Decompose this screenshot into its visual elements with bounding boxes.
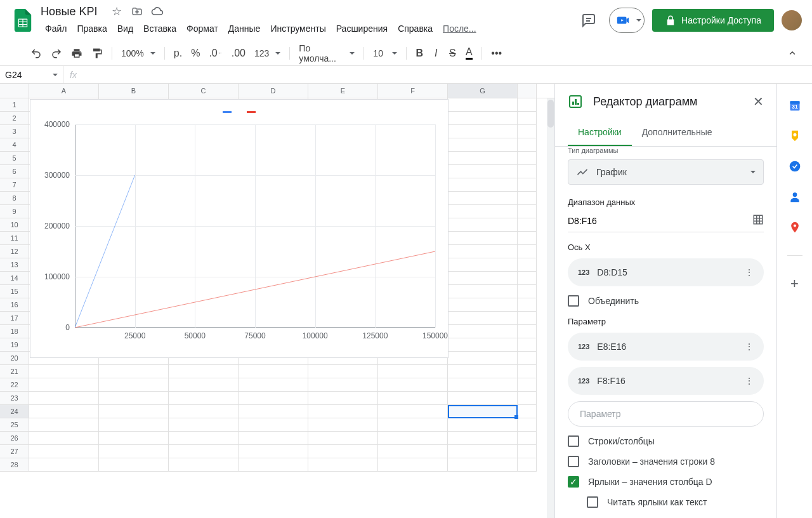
- cloud-icon[interactable]: [151, 5, 164, 18]
- more-vert-icon[interactable]: ⋮: [745, 342, 754, 352]
- col-header-extra[interactable]: [518, 84, 537, 98]
- more-vert-icon[interactable]: ⋮: [745, 267, 754, 277]
- more-vert-icon[interactable]: ⋮: [745, 376, 754, 386]
- tab-customize[interactable]: Дополнительные: [632, 119, 723, 146]
- col-header-D[interactable]: D: [239, 84, 308, 98]
- row-header-23[interactable]: 23: [0, 392, 29, 405]
- increase-decimal-icon[interactable]: .00: [228, 46, 249, 61]
- grid-icon[interactable]: [752, 214, 764, 227]
- xaxis-chip[interactable]: 123D8:D15 ⋮: [568, 258, 764, 286]
- row-header-24[interactable]: 24: [0, 405, 29, 418]
- row-header-14[interactable]: 14: [0, 272, 29, 285]
- strikethrough-icon[interactable]: S: [445, 46, 460, 61]
- menu-help[interactable]: Справка: [393, 21, 437, 36]
- undo-icon[interactable]: [27, 46, 46, 61]
- chart[interactable]: 0100000200000300000400000250005000075000…: [30, 99, 449, 358]
- comments-icon[interactable]: [576, 8, 601, 33]
- menu-format[interactable]: Формат: [182, 21, 223, 36]
- font-size-dropdown[interactable]: 10: [369, 46, 401, 61]
- row-header-6[interactable]: 6: [0, 165, 29, 178]
- row-header-3[interactable]: 3: [0, 125, 29, 138]
- currency-icon[interactable]: р.: [170, 46, 186, 61]
- row-header-15[interactable]: 15: [0, 285, 29, 298]
- row-header-19[interactable]: 19: [0, 338, 29, 352]
- keep-icon[interactable]: [789, 130, 801, 142]
- checkbox-3[interactable]: [587, 496, 598, 508]
- italic-icon[interactable]: I: [428, 46, 443, 61]
- menu-file[interactable]: Файл: [41, 21, 71, 36]
- checkbox-2[interactable]: ✓: [568, 476, 579, 488]
- add-icon[interactable]: +: [789, 277, 801, 290]
- series-chip-1[interactable]: 123E8:E16 ⋮: [568, 333, 764, 361]
- checkbox-1[interactable]: [568, 456, 579, 467]
- row-header-2[interactable]: 2: [0, 112, 29, 125]
- percent-icon[interactable]: %: [187, 46, 204, 61]
- sheet-area[interactable]: ABCDEFG 12345678910111213141516171819202…: [0, 84, 554, 518]
- row-header-5[interactable]: 5: [0, 152, 29, 165]
- row-header-11[interactable]: 11: [0, 232, 29, 245]
- more-icon[interactable]: •••: [487, 46, 506, 61]
- row-header-1[interactable]: 1: [0, 98, 29, 112]
- row-header-26[interactable]: 26: [0, 432, 29, 445]
- row-header-28[interactable]: 28: [0, 458, 29, 472]
- select-all-corner[interactable]: [0, 84, 29, 98]
- row-header-16[interactable]: 16: [0, 298, 29, 312]
- row-header-13[interactable]: 13: [0, 258, 29, 272]
- bold-icon[interactable]: B: [412, 46, 427, 61]
- decrease-decimal-icon[interactable]: .0←: [205, 46, 226, 61]
- row-header-10[interactable]: 10: [0, 218, 29, 232]
- star-icon[interactable]: ☆: [110, 5, 123, 18]
- close-icon[interactable]: ✕: [753, 94, 764, 109]
- sheets-logo[interactable]: [10, 8, 36, 33]
- row-header-8[interactable]: 8: [0, 192, 29, 205]
- row-header-9[interactable]: 9: [0, 205, 29, 218]
- scrollbar-vertical[interactable]: [547, 98, 554, 518]
- number-format-dropdown[interactable]: 123: [251, 46, 284, 61]
- print-icon[interactable]: [67, 46, 86, 61]
- col-header-G[interactable]: G: [448, 84, 518, 98]
- row-header-7[interactable]: 7: [0, 178, 29, 192]
- col-header-A[interactable]: A: [29, 84, 99, 98]
- chart-type-select[interactable]: График: [568, 159, 764, 185]
- row-header-22[interactable]: 22: [0, 378, 29, 392]
- row-header-4[interactable]: 4: [0, 138, 29, 152]
- zoom-dropdown[interactable]: 100%: [117, 46, 159, 61]
- menu-view[interactable]: Вид: [113, 21, 138, 36]
- col-header-B[interactable]: B: [99, 84, 169, 98]
- menu-last-edit[interactable]: После...: [438, 21, 480, 36]
- row-header-27[interactable]: 27: [0, 445, 29, 458]
- menu-data[interactable]: Данные: [224, 21, 265, 36]
- share-button[interactable]: Настройки Доступа: [652, 9, 774, 32]
- formula-bar[interactable]: fx: [63, 70, 812, 80]
- avatar[interactable]: [782, 10, 802, 30]
- paint-format-icon[interactable]: [88, 46, 107, 61]
- doc-title[interactable]: Новые KPI: [41, 5, 98, 18]
- name-box[interactable]: G24: [0, 66, 63, 83]
- row-header-12[interactable]: 12: [0, 245, 29, 258]
- menu-tools[interactable]: Инструменты: [266, 21, 330, 36]
- series-chip-2[interactable]: 123F8:F16 ⋮: [568, 367, 764, 395]
- redo-icon[interactable]: [47, 46, 66, 61]
- col-header-F[interactable]: F: [378, 84, 448, 98]
- move-icon[interactable]: [131, 5, 143, 18]
- menu-insert[interactable]: Вставка: [139, 21, 181, 36]
- tasks-icon[interactable]: [789, 160, 801, 173]
- menu-extensions[interactable]: Расширения: [332, 21, 392, 36]
- calendar-icon[interactable]: 31: [789, 99, 801, 112]
- meet-button[interactable]: [609, 8, 645, 33]
- row-header-17[interactable]: 17: [0, 312, 29, 325]
- col-header-E[interactable]: E: [308, 84, 378, 98]
- row-header-21[interactable]: 21: [0, 365, 29, 378]
- col-header-C[interactable]: C: [169, 84, 239, 98]
- combine-checkbox[interactable]: [568, 295, 579, 307]
- row-header-25[interactable]: 25: [0, 418, 29, 432]
- contacts-icon[interactable]: [789, 190, 801, 203]
- collapse-toolbar-icon[interactable]: [783, 46, 802, 61]
- add-series-input[interactable]: Параметр: [568, 401, 764, 427]
- text-color-icon[interactable]: A: [461, 46, 476, 61]
- menu-edit[interactable]: Правка: [72, 21, 111, 36]
- row-header-18[interactable]: 18: [0, 325, 29, 338]
- font-family-dropdown[interactable]: По умолча...: [295, 41, 358, 66]
- data-range-input[interactable]: D8:F16: [568, 209, 764, 232]
- maps-icon[interactable]: [789, 221, 801, 234]
